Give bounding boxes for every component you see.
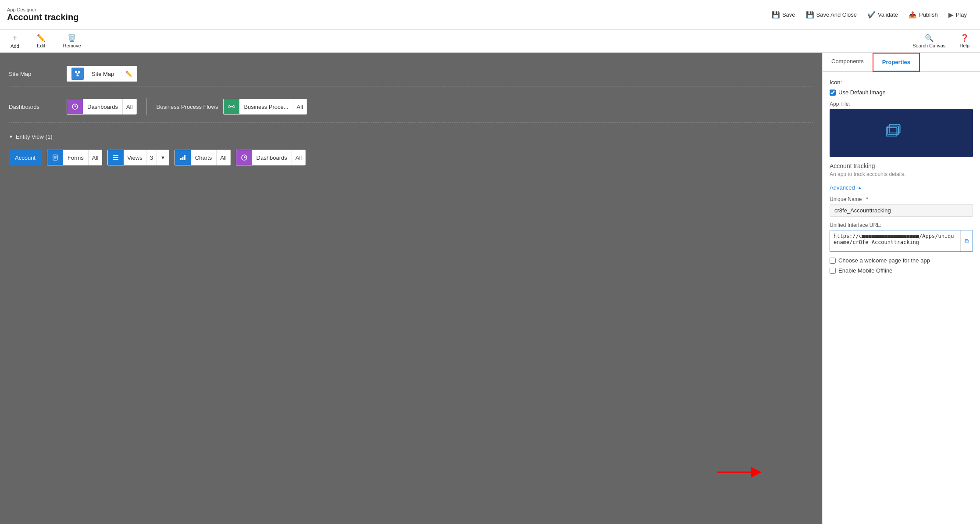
svg-rect-15 bbox=[113, 155, 118, 156]
edit-button[interactable]: ✏️ Edit bbox=[33, 32, 49, 50]
unified-url-field[interactable] bbox=[830, 230, 960, 251]
bpf-name: Business Proce... bbox=[239, 104, 292, 110]
save-button[interactable]: 💾 Save bbox=[767, 8, 800, 22]
bpf-section-label: Business Process Flows bbox=[157, 104, 218, 110]
url-copy-button[interactable]: ⧉ bbox=[960, 230, 973, 251]
entity-dashboards-icon bbox=[236, 150, 252, 165]
tab-properties[interactable]: Properties bbox=[873, 53, 920, 72]
bpf-content: Business Proce... All bbox=[223, 99, 307, 115]
advanced-label: Advanced bbox=[830, 184, 855, 191]
svg-rect-16 bbox=[113, 157, 118, 158]
remove-icon: 🗑️ bbox=[68, 34, 76, 42]
app-tile-svg bbox=[886, 120, 917, 146]
charts-icon bbox=[175, 150, 191, 165]
sitemap-icon bbox=[71, 68, 84, 80]
sitemap-section-label: Site Map bbox=[9, 71, 61, 77]
dashboards-icon bbox=[67, 99, 83, 115]
arrow-indicator bbox=[977, 11, 980, 32]
forms-card[interactable]: Forms All bbox=[47, 150, 102, 165]
forms-badge: All bbox=[88, 150, 102, 165]
svg-rect-18 bbox=[180, 158, 182, 160]
svg-rect-2 bbox=[77, 75, 79, 76]
svg-rect-17 bbox=[113, 159, 118, 160]
dashboards-card[interactable]: Dashboards All bbox=[67, 99, 137, 115]
app-tile-preview bbox=[830, 109, 973, 157]
welcome-page-checkbox[interactable] bbox=[830, 258, 836, 264]
welcome-page-label: Choose a welcome page for the app bbox=[838, 257, 930, 264]
entity-dashboards-badge: All bbox=[292, 150, 305, 165]
dashboards-bpf-section: Dashboards Dashboards All Business Proce… bbox=[9, 93, 813, 123]
forms-name: Forms bbox=[63, 154, 88, 161]
unified-url-label: Unified Interface URL: bbox=[830, 222, 973, 228]
top-bar: App Designer Account tracking 💾 Save 💾 S… bbox=[0, 0, 980, 30]
remove-label: Remove bbox=[63, 43, 81, 48]
toolbar: ＋ Add ✏️ Edit 🗑️ Remove 🔍 Search Canvas … bbox=[0, 30, 980, 53]
unique-name-row: Unique Name : * bbox=[830, 196, 973, 217]
edit-icon: ✏️ bbox=[37, 34, 46, 42]
panel-content: Icon: Use Default Image App Tile: Accoun… bbox=[823, 72, 980, 524]
panel-tabs: Components Properties bbox=[823, 53, 980, 72]
dashboards-name: Dashboards bbox=[83, 104, 122, 110]
mobile-offline-row: Enable Mobile Offline bbox=[830, 267, 973, 274]
mobile-offline-label: Enable Mobile Offline bbox=[838, 267, 892, 274]
sitemap-edit-icon[interactable]: ✏️ bbox=[125, 71, 132, 77]
app-display-description: An app to track accounts details. bbox=[830, 171, 973, 177]
save-and-close-button[interactable]: 💾 Save And Close bbox=[802, 8, 862, 22]
right-panel: Components Properties Icon: Use Default … bbox=[822, 53, 980, 524]
play-label: Play bbox=[956, 11, 967, 18]
svg-point-8 bbox=[228, 106, 231, 108]
save-label: Save bbox=[782, 11, 795, 18]
remove-button[interactable]: 🗑️ Remove bbox=[60, 32, 85, 50]
views-dropdown-icon[interactable]: ▼ bbox=[157, 150, 169, 165]
use-default-image-checkbox[interactable] bbox=[830, 90, 836, 96]
entity-dashboards-card[interactable]: Dashboards All bbox=[236, 150, 306, 165]
tab-components[interactable]: Components bbox=[823, 53, 873, 72]
bpf-card[interactable]: Business Proce... All bbox=[223, 99, 307, 115]
advanced-section-toggle[interactable]: Advanced ▲ bbox=[830, 184, 973, 191]
views-card[interactable]: Views 3 ▼ bbox=[107, 150, 169, 165]
welcome-page-row: Choose a welcome page for the app bbox=[830, 257, 973, 264]
validate-label: Validate bbox=[878, 11, 898, 18]
save-close-icon: 💾 bbox=[806, 11, 814, 19]
entity-view-header[interactable]: ▼ Entity View (1) bbox=[9, 130, 813, 143]
advanced-chevron-icon: ▲ bbox=[858, 185, 862, 190]
url-field-wrapper: ⧉ bbox=[830, 230, 973, 252]
svg-point-9 bbox=[233, 106, 235, 108]
sitemap-card[interactable]: Site Map ✏️ bbox=[67, 66, 137, 82]
toolbar-right: 🔍 Search Canvas ❓ Help bbox=[909, 32, 973, 50]
canvas-arrow-indicator bbox=[713, 461, 765, 485]
add-icon: ＋ bbox=[11, 33, 18, 43]
views-name: Views bbox=[124, 154, 146, 161]
account-button[interactable]: Account bbox=[9, 150, 42, 165]
app-title-section: App Designer Account tracking bbox=[7, 7, 78, 22]
charts-card[interactable]: Charts All bbox=[175, 150, 231, 165]
mobile-offline-checkbox[interactable] bbox=[830, 268, 836, 274]
svg-rect-20 bbox=[184, 155, 185, 160]
add-label: Add bbox=[11, 43, 19, 49]
unique-name-input[interactable] bbox=[830, 204, 973, 217]
svg-rect-1 bbox=[78, 71, 80, 73]
bpf-badge: All bbox=[293, 99, 306, 114]
canvas[interactable]: Site Map Site Map ✏️ Dashboards bbox=[0, 53, 822, 524]
play-button[interactable]: ▶ Play bbox=[944, 8, 971, 22]
help-button[interactable]: ❓ Help bbox=[956, 32, 973, 50]
dashboards-badge: All bbox=[122, 99, 136, 114]
app-display-name: Account tracking bbox=[830, 162, 973, 169]
icon-label: Icon: bbox=[830, 79, 973, 86]
play-icon: ▶ bbox=[948, 11, 954, 19]
save-icon: 💾 bbox=[772, 11, 780, 19]
help-label: Help bbox=[959, 43, 969, 48]
section-divider bbox=[146, 98, 147, 115]
account-row: Account Forms All Views 3 ▼ bbox=[9, 146, 813, 169]
validate-button[interactable]: ✔️ Validate bbox=[863, 8, 902, 22]
publish-label: Publish bbox=[919, 11, 938, 18]
publish-button[interactable]: 📤 Publish bbox=[904, 8, 942, 22]
top-buttons: 💾 Save 💾 Save And Close ✔️ Validate 📤 Pu… bbox=[767, 8, 973, 22]
entity-view-label: Entity View (1) bbox=[16, 133, 53, 140]
search-icon: 🔍 bbox=[925, 34, 934, 42]
bpf-icon bbox=[224, 99, 239, 115]
add-button[interactable]: ＋ Add bbox=[7, 32, 23, 50]
search-canvas-button[interactable]: 🔍 Search Canvas bbox=[909, 32, 949, 50]
sitemap-content: Site Map ✏️ bbox=[67, 66, 137, 82]
page-title: Account tracking bbox=[7, 12, 78, 22]
